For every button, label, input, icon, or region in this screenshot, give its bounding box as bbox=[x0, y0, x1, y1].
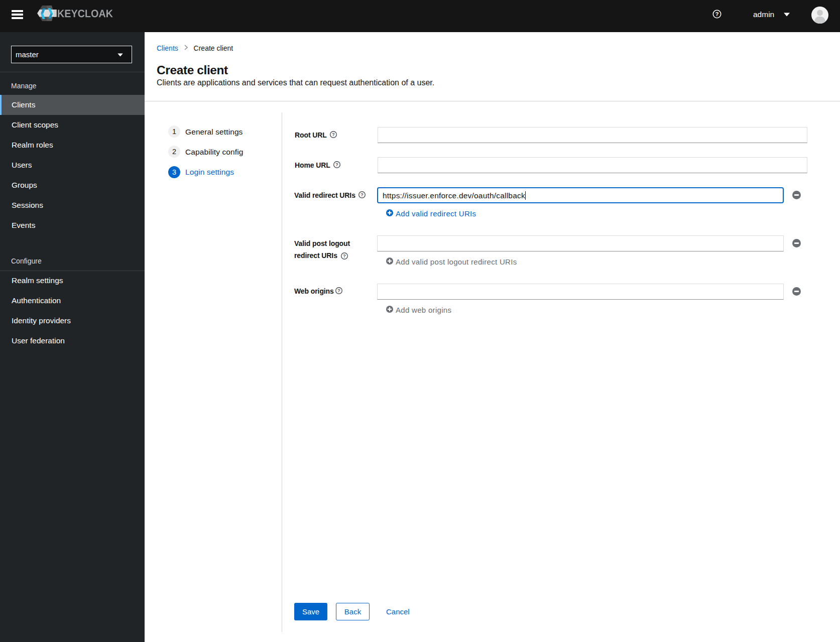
svg-text:?: ? bbox=[335, 162, 338, 167]
svg-text:?: ? bbox=[715, 11, 718, 17]
svg-text:?: ? bbox=[343, 253, 346, 259]
svg-text:?: ? bbox=[332, 132, 335, 137]
svg-text:?: ? bbox=[337, 288, 340, 293]
svg-text:?: ? bbox=[361, 192, 364, 197]
